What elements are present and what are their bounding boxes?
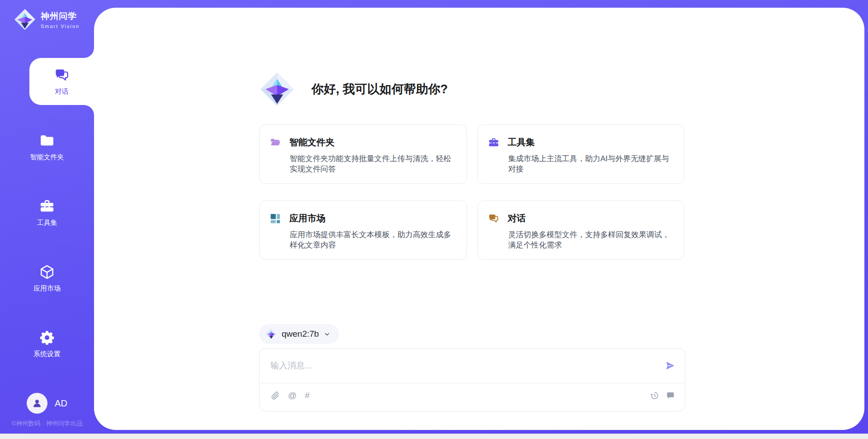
sidebar-item-label: 对话	[55, 87, 69, 96]
card-header: 智能文件夹	[269, 136, 455, 148]
bottom-scrollbar-strip[interactable]	[0, 434, 868, 439]
card-description: 智能文件夹功能支持批量文件上传与清洗，轻松实现文件问答	[290, 153, 455, 174]
message-composer: @ #	[259, 348, 685, 411]
attachment-icon[interactable]	[271, 391, 280, 400]
sidebar-item-system-settings[interactable]: 系统设置	[0, 320, 94, 367]
active-tab-bottom-fillet	[84, 105, 94, 115]
chat-icon	[488, 213, 500, 224]
chevron-down-icon	[323, 330, 331, 338]
brand: 神州问学 Smart Vision	[14, 8, 80, 31]
send-icon	[665, 360, 675, 371]
hash-icon[interactable]: #	[305, 391, 310, 400]
brand-name: 神州问学	[41, 10, 80, 22]
gem-logo-icon	[265, 328, 277, 340]
sidebar: 神州问学 Smart Vision 对话 智能文件夹 工具集 应用市场 系统设置	[0, 0, 94, 439]
folder-icon	[39, 133, 55, 149]
gear-icon	[39, 329, 55, 346]
folder-open-icon	[269, 137, 281, 148]
greeting: 你好, 我可以如何帮助你?	[259, 71, 448, 107]
card-title: 应用市场	[289, 212, 326, 224]
cube-icon	[39, 264, 55, 280]
card-title: 工具集	[508, 136, 535, 148]
card-smart-folders[interactable]: 智能文件夹 智能文件夹功能支持批量文件上传与清洗，轻松实现文件问答	[259, 124, 467, 184]
mention-icon[interactable]: @	[288, 391, 297, 400]
sidebar-item-smart-folders[interactable]: 智能文件夹	[0, 124, 94, 171]
avatar	[27, 393, 47, 414]
card-chat[interactable]: 对话 灵活切换多模型文件，支持多样回复效果调试，满足个性化需求	[477, 200, 684, 260]
composer-right-tools	[650, 391, 675, 400]
active-tab-top-fillet	[84, 48, 94, 58]
card-description: 集成市场上主流工具，助力AI与外界无缝扩展与对接	[508, 153, 672, 174]
sidebar-item-label: 应用市场	[33, 284, 61, 293]
greeting-text: 你好, 我可以如何帮助你?	[311, 81, 448, 97]
card-title: 对话	[508, 212, 526, 224]
card-header: 对话	[488, 212, 672, 224]
copyright-text: ©神州数码 · 神州问学出品	[0, 420, 94, 428]
sidebar-item-chat[interactable]: 对话	[29, 58, 94, 105]
comment-bubble-icon	[666, 391, 675, 400]
card-header: 工具集	[488, 136, 672, 148]
briefcase-icon	[488, 137, 500, 148]
gem-logo-icon	[14, 8, 36, 31]
paperclip-icon	[271, 391, 280, 400]
user-chip[interactable]: AD	[0, 393, 94, 414]
message-input[interactable]	[270, 361, 664, 371]
chat-icon	[54, 67, 70, 83]
composer-left-tools: @ #	[271, 391, 310, 400]
model-selector[interactable]: qwen2:7b	[259, 324, 339, 344]
card-description: 应用市场提供丰富长文本模板，助力高效生成多样化文章内容	[290, 229, 455, 250]
history-clock-icon	[650, 391, 659, 400]
sidebar-item-toolset[interactable]: 工具集	[0, 189, 94, 236]
card-header: 应用市场	[269, 212, 455, 224]
send-button[interactable]	[664, 360, 676, 372]
brand-subtitle: Smart Vision	[41, 24, 80, 29]
composer-tools: @ #	[259, 383, 685, 400]
user-avatar-icon	[31, 397, 43, 409]
card-title: 智能文件夹	[289, 136, 335, 148]
app-window: 神州问学 Smart Vision 对话 智能文件夹 工具集 应用市场 系统设置	[0, 0, 868, 439]
sidebar-item-label: 工具集	[37, 219, 57, 227]
sidebar-item-label: 智能文件夹	[30, 153, 64, 162]
card-description: 灵活切换多模型文件，支持多样回复效果调试，满足个性化需求	[508, 229, 672, 250]
composer-input-row	[259, 348, 685, 383]
card-app-market[interactable]: 应用市场 应用市场提供丰富长文本模板，助力高效生成多样化文章内容	[259, 200, 467, 260]
gem-logo-icon	[259, 71, 295, 107]
shortcut-cards: 智能文件夹 智能文件夹功能支持批量文件上传与清洗，轻松实现文件问答 工具集 集成…	[259, 124, 684, 260]
main-panel: 你好, 我可以如何帮助你? 智能文件夹 智能文件夹功能支持批量文件上传与清洗，轻…	[94, 8, 864, 430]
briefcase-icon	[39, 198, 55, 215]
card-toolset[interactable]: 工具集 集成市场上主流工具，助力AI与外界无缝扩展与对接	[477, 124, 684, 184]
history-icon[interactable]	[650, 391, 659, 400]
user-name: AD	[55, 398, 67, 409]
sidebar-item-app-market[interactable]: 应用市场	[0, 255, 94, 302]
sidebar-item-label: 系统设置	[33, 350, 61, 358]
comment-icon[interactable]	[666, 391, 675, 400]
model-name: qwen2:7b	[282, 329, 319, 339]
grid-icon	[269, 213, 281, 224]
